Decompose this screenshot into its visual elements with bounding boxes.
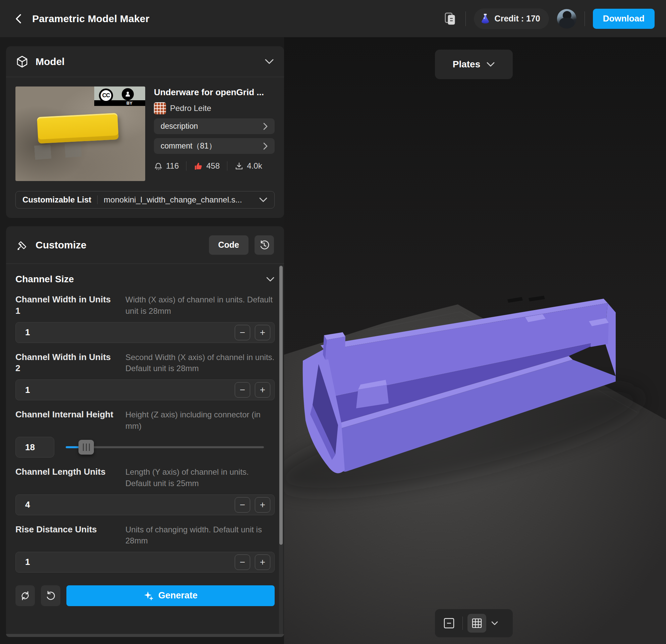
plate-view-button[interactable] bbox=[440, 614, 458, 632]
channel-size-title: Channel Size bbox=[15, 274, 74, 285]
3d-viewport[interactable]: Plates bbox=[284, 37, 666, 644]
chevron-right-icon bbox=[263, 142, 268, 150]
history-button[interactable] bbox=[255, 235, 274, 255]
customize-actions: Generate bbox=[15, 585, 275, 606]
increment-button[interactable]: + bbox=[255, 325, 270, 340]
increment-button[interactable]: + bbox=[255, 497, 270, 513]
reset-button[interactable] bbox=[41, 585, 60, 606]
by-label: BY bbox=[126, 101, 133, 106]
param-description: Length (Y axis) of channel in units. Def… bbox=[125, 466, 275, 489]
model-card-header[interactable]: Model bbox=[6, 46, 284, 77]
param-description: Width (X axis) of channel in units. Defa… bbox=[125, 294, 275, 317]
credit-label: Credit : 170 bbox=[495, 14, 540, 23]
regenerate-button[interactable] bbox=[15, 585, 35, 606]
divider bbox=[97, 195, 98, 204]
author-name[interactable]: Pedro Leite bbox=[170, 104, 211, 113]
3d-scene bbox=[284, 37, 666, 644]
param-input[interactable]: 1−+ bbox=[15, 322, 275, 343]
like-count: 458 bbox=[206, 161, 220, 171]
like-stat: 458 bbox=[194, 161, 220, 171]
comment-button[interactable]: comment（81） bbox=[154, 138, 275, 154]
customize-card-header: Customize Code bbox=[6, 226, 284, 264]
param-row: Channel Internal HeightHeight (Z axis) i… bbox=[15, 409, 275, 458]
model-title[interactable]: Underware for openGrid ... bbox=[154, 87, 275, 97]
customize-card: Customize Code Channel Size Channel Widt… bbox=[6, 226, 284, 637]
slider-track[interactable] bbox=[66, 446, 264, 448]
param-label: Channel Internal Height bbox=[15, 409, 116, 431]
page-title: Parametric Model Maker bbox=[32, 13, 150, 24]
author-avatar[interactable] bbox=[154, 102, 166, 114]
code-button[interactable]: Code bbox=[209, 235, 249, 255]
history-icon bbox=[259, 240, 269, 250]
divider bbox=[584, 12, 585, 26]
param-description: Second Width (X axis) of channel in unit… bbox=[125, 352, 275, 374]
description-button[interactable]: description bbox=[154, 118, 275, 134]
sync-icon bbox=[19, 590, 31, 602]
param-value: 4 bbox=[25, 500, 235, 510]
divider bbox=[227, 161, 227, 171]
model-stats: 116 458 bbox=[154, 161, 275, 171]
param-label: Channel Length Units bbox=[15, 466, 116, 489]
boost-icon bbox=[154, 161, 163, 171]
credit-balance[interactable]: Credit : 170 bbox=[474, 8, 549, 29]
customizable-list-label: Customizable List bbox=[22, 195, 91, 204]
boost-stat: 116 bbox=[154, 161, 179, 171]
model-thumbnail[interactable]: CC BY bbox=[15, 87, 145, 181]
divider bbox=[462, 616, 463, 630]
viewport-toolbar bbox=[435, 609, 513, 637]
chevron-down-icon bbox=[265, 59, 274, 65]
customize-ruler-icon bbox=[16, 239, 28, 251]
param-value: 1 bbox=[25, 557, 235, 567]
download-count: 4.0k bbox=[247, 161, 262, 171]
cc-icon: CC bbox=[99, 89, 113, 103]
thumbnail-yellow-part bbox=[37, 113, 119, 143]
user-avatar[interactable] bbox=[557, 9, 576, 29]
param-label: Channel Width in Units 2 bbox=[15, 352, 116, 374]
decrement-button[interactable]: − bbox=[235, 325, 250, 340]
decrement-button[interactable]: − bbox=[235, 497, 250, 513]
param-input[interactable]: 1−+ bbox=[15, 379, 275, 400]
increment-button[interactable]: + bbox=[255, 554, 270, 570]
param-label: Channel Width in Units 1 bbox=[15, 294, 116, 317]
divider bbox=[186, 161, 187, 171]
download-icon bbox=[235, 162, 243, 171]
param-row: Channel Length UnitsLength (Y axis) of c… bbox=[15, 466, 275, 515]
cube-icon bbox=[16, 55, 28, 68]
param-input[interactable]: 4−+ bbox=[15, 495, 275, 515]
chevron-down-icon bbox=[266, 276, 275, 282]
decrement-button[interactable]: − bbox=[235, 382, 250, 398]
back-button[interactable] bbox=[12, 12, 26, 26]
chevron-left-icon bbox=[16, 15, 20, 23]
download-button[interactable]: Download bbox=[593, 9, 654, 29]
param-value: 1 bbox=[25, 327, 235, 338]
param-description: Height (Z axis) including connector (in … bbox=[125, 409, 275, 431]
scrollbar-thumb[interactable] bbox=[279, 266, 283, 545]
cc-license-badge: CC BY bbox=[94, 87, 145, 106]
param-value-input[interactable]: 18 bbox=[15, 437, 54, 458]
attribution-person-icon bbox=[122, 88, 134, 100]
thumbs-up-icon bbox=[194, 162, 203, 171]
param-row: Channel Width in Units 2Second Width (X … bbox=[15, 352, 275, 400]
channel-size-section-header[interactable]: Channel Size bbox=[15, 274, 275, 285]
chevron-down-icon bbox=[259, 197, 268, 202]
next-section-edge bbox=[6, 634, 284, 637]
model-section-title: Model bbox=[36, 56, 65, 67]
generate-button[interactable]: Generate bbox=[66, 585, 275, 606]
increment-button[interactable]: + bbox=[255, 382, 270, 398]
decrement-button[interactable]: − bbox=[235, 554, 250, 570]
chevron-down-icon[interactable] bbox=[491, 621, 498, 626]
grid-icon bbox=[470, 616, 484, 630]
customizable-list-dropdown[interactable]: Customizable List monokini_l_width_chang… bbox=[15, 191, 275, 209]
param-description: Units of changing width. Default unit is… bbox=[125, 524, 275, 547]
divider bbox=[466, 12, 466, 26]
boost-count: 116 bbox=[166, 161, 179, 171]
copy-button[interactable] bbox=[443, 12, 457, 26]
params-container: Channel Width in Units 1Width (X axis) o… bbox=[15, 294, 275, 581]
plates-dropdown[interactable]: Plates bbox=[435, 50, 513, 79]
param-input[interactable]: 1−+ bbox=[15, 552, 275, 573]
slider-handle[interactable] bbox=[78, 440, 94, 454]
chevron-down-icon bbox=[486, 62, 495, 67]
param-slider[interactable] bbox=[66, 437, 264, 458]
grid-view-button[interactable] bbox=[468, 614, 486, 632]
undo-icon bbox=[45, 590, 56, 602]
